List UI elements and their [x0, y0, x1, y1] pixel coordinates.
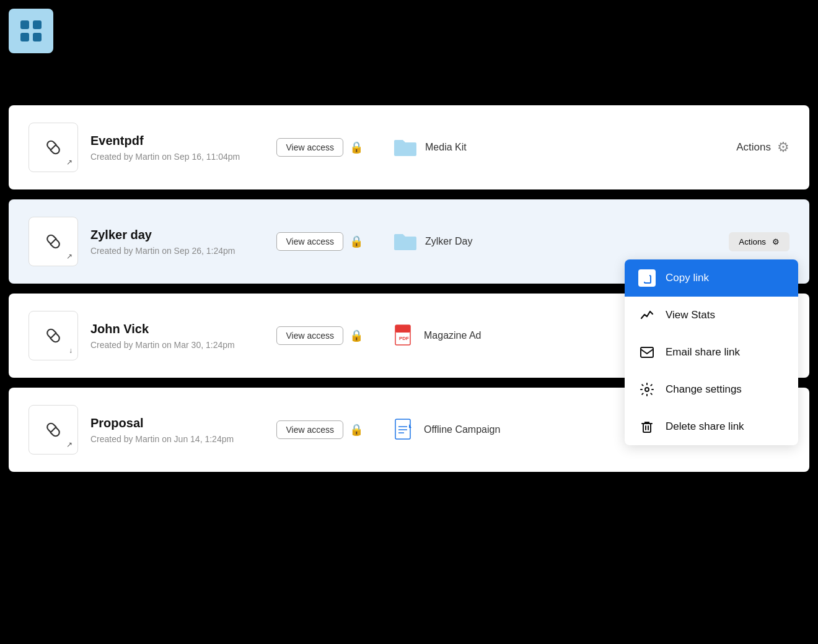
- link-info-zylker: Zylker day Created by Martin on Sep 26, …: [90, 228, 266, 256]
- view-access-btn-proposal[interactable]: View access: [276, 420, 343, 439]
- delete-link-label: Delete share link: [666, 420, 744, 433]
- lock-icon-eventpdf: 🔒: [350, 141, 363, 154]
- link-svg-proposal: [42, 419, 64, 441]
- view-stats-label: View Stats: [666, 309, 715, 321]
- folder-name-proposal: Offline Campaign: [424, 424, 500, 435]
- svg-rect-1: [643, 274, 649, 281]
- svg-rect-7: [395, 325, 410, 333]
- row-right-eventpdf: Media Kit Actions ⚙: [363, 137, 789, 157]
- change-settings-icon: [638, 381, 656, 398]
- email-share-label: Email share link: [666, 346, 740, 359]
- link-name-eventpdf: Eventpdf: [90, 134, 266, 148]
- link-meta-johnvick: Created by Martin on Mar 30, 1:24pm: [90, 340, 266, 350]
- delete-link-icon: [638, 418, 656, 435]
- copy-link-icon: [638, 269, 656, 287]
- folder-section-zylker: Zylker Day: [393, 232, 729, 251]
- link-name-zylker: Zylker day: [90, 228, 266, 242]
- share-row-zylker: ↗ Zylker day Created by Martin on Sep 26…: [9, 199, 809, 284]
- link-svg-johnvick: [42, 324, 64, 347]
- link-icon-johnvick: ↓: [29, 311, 78, 360]
- trash-svg: [640, 419, 654, 434]
- dropdown-item-email-share[interactable]: Email share link: [625, 334, 798, 371]
- link-name-proposal: Proposal: [90, 416, 266, 430]
- email-share-icon: [638, 344, 656, 361]
- link-info-eventpdf: Eventpdf Created by Martin on Sep 16, 11…: [90, 134, 266, 162]
- link-meta-proposal: Created by Martin on Jun 14, 1:24pm: [90, 434, 266, 444]
- link-meta-zylker: Created by Martin on Sep 26, 1:24pm: [90, 246, 266, 256]
- svg-point-4: [645, 388, 649, 391]
- link-icon-eventpdf: ↗: [29, 123, 78, 172]
- folder-name-johnvick: Magazine Ad: [424, 330, 482, 341]
- lock-icon-zylker: 🔒: [350, 235, 363, 248]
- arrow-indicator: ↗: [66, 158, 73, 167]
- folder-name-eventpdf: Media Kit: [425, 142, 467, 153]
- row-left-johnvick: ↓ John Vick Created by Martin on Mar 30,…: [29, 311, 363, 360]
- arrow-indicator-zylker: ↗: [66, 252, 73, 261]
- link-icon-proposal: ↗: [29, 405, 78, 455]
- actions-label-zylker: Actions: [739, 237, 766, 246]
- dot: [20, 20, 29, 29]
- folder-icon-zylker: [393, 232, 418, 251]
- link-svg-zylker: [42, 230, 64, 253]
- link-svg: [42, 136, 64, 159]
- view-stats-icon: [638, 307, 656, 324]
- lock-icon-proposal: 🔒: [350, 423, 363, 437]
- view-access-btn-eventpdf[interactable]: View access: [276, 138, 343, 157]
- folder-name-zylker: Zylker Day: [425, 236, 472, 247]
- copy-svg: [641, 272, 653, 284]
- lock-icon-johnvick: 🔒: [350, 329, 363, 342]
- link-icon-zylker: ↗: [29, 217, 78, 266]
- email-svg: [640, 345, 654, 360]
- row-left: ↗ Eventpdf Created by Martin on Sep 16, …: [29, 123, 363, 172]
- row-left-proposal: ↗ Proposal Created by Martin on Jun 14, …: [29, 405, 363, 455]
- dropdown-item-view-stats[interactable]: View Stats: [625, 297, 798, 334]
- pdf-icon-johnvick: PDF: [393, 324, 416, 347]
- actions-button-zylker[interactable]: Actions ⚙: [729, 232, 789, 251]
- app-icon-dots: [15, 15, 46, 46]
- dot: [20, 33, 29, 41]
- view-access-btn-zylker[interactable]: View access: [276, 232, 343, 251]
- share-row-eventpdf: ↗ Eventpdf Created by Martin on Sep 16, …: [9, 105, 809, 189]
- actions-label-eventpdf: Actions: [736, 141, 771, 154]
- doc-icon-proposal: [393, 418, 416, 442]
- arrow-indicator-proposal: ↗: [66, 440, 73, 449]
- folder-section-eventpdf: Media Kit: [393, 137, 736, 157]
- app-icon: [9, 9, 53, 53]
- svg-rect-9: [395, 419, 410, 439]
- dropdown-item-delete-link[interactable]: Delete share link: [625, 408, 798, 445]
- folder-icon-eventpdf: [393, 137, 418, 157]
- gear-icon-zylker: ⚙: [772, 237, 780, 246]
- row-right-zylker: Zylker Day Actions ⚙: [363, 232, 789, 251]
- settings-svg: [640, 382, 654, 397]
- dropdown-item-change-settings[interactable]: Change settings: [625, 371, 798, 408]
- view-access-btn-johnvick[interactable]: View access: [276, 326, 343, 345]
- link-meta-eventpdf: Created by Martin on Sep 16, 11:04pm: [90, 152, 266, 162]
- stats-svg: [640, 308, 654, 323]
- dot: [33, 20, 42, 29]
- row-left-zylker: ↗ Zylker day Created by Martin on Sep 26…: [29, 217, 363, 266]
- link-info-proposal: Proposal Created by Martin on Jun 14, 1:…: [90, 416, 266, 444]
- svg-rect-5: [643, 424, 651, 432]
- gear-icon-eventpdf[interactable]: ⚙: [777, 139, 789, 155]
- dropdown-menu-wrapper: Copy link View Stats: [625, 259, 798, 445]
- main-content: ↗ Eventpdf Created by Martin on Sep 16, …: [9, 105, 809, 472]
- link-name-johnvick: John Vick: [90, 322, 266, 336]
- dropdown-item-copy-link[interactable]: Copy link: [625, 259, 798, 297]
- svg-rect-3: [641, 347, 653, 357]
- row-actions-eventpdf: Actions ⚙: [736, 139, 789, 155]
- copy-link-label: Copy link: [666, 272, 709, 284]
- dropdown-menu: Copy link View Stats: [625, 259, 798, 445]
- arrow-indicator-johnvick: ↓: [69, 346, 73, 355]
- link-info-johnvick: John Vick Created by Martin on Mar 30, 1…: [90, 322, 266, 350]
- svg-text:PDF: PDF: [399, 336, 409, 341]
- dot: [33, 33, 42, 41]
- row-actions-zylker: Actions ⚙: [729, 232, 789, 251]
- change-settings-label: Change settings: [666, 383, 742, 396]
